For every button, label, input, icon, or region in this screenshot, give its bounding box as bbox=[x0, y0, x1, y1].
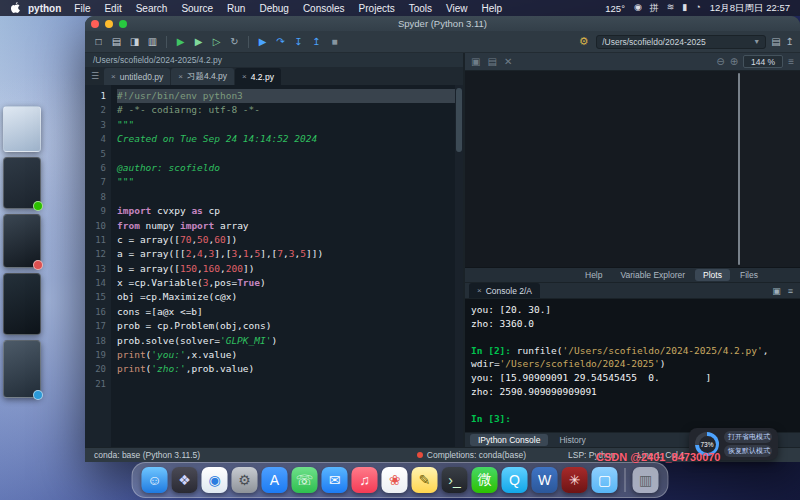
dock-safari[interactable]: ◉ bbox=[202, 467, 228, 493]
pane-tab-files[interactable]: Files bbox=[732, 269, 766, 281]
close-window-button[interactable] bbox=[91, 20, 99, 28]
dock-word[interactable]: W bbox=[532, 467, 558, 493]
toolbar-separator bbox=[248, 36, 249, 48]
menubar-item-view[interactable]: View bbox=[439, 3, 475, 14]
zoom-out-icon[interactable]: ⊖ bbox=[716, 56, 724, 67]
dock-qq[interactable]: Q bbox=[502, 467, 528, 493]
plots-options-menu-icon[interactable]: ≡ bbox=[788, 56, 794, 67]
menubar-item-source[interactable]: Source bbox=[174, 3, 220, 14]
pane-tab-help[interactable]: Help bbox=[577, 269, 610, 281]
menubar-item-help[interactable]: Help bbox=[475, 3, 510, 14]
save-plot-icon[interactable]: ▣ bbox=[471, 56, 480, 67]
menubar-item-run[interactable]: Run bbox=[220, 3, 252, 14]
menubar-item-debug[interactable]: Debug bbox=[252, 3, 295, 14]
code-line: @author: scofieldo bbox=[117, 161, 455, 175]
wifi-icon[interactable]: ≋ bbox=[667, 2, 675, 15]
widget-button-1[interactable]: 打开省电模式 bbox=[724, 431, 772, 443]
console-tab[interactable]: × Console 2/A bbox=[469, 283, 540, 298]
dock-launchpad[interactable]: ❖ bbox=[172, 467, 198, 493]
zoom-in-icon[interactable]: ⊕ bbox=[730, 56, 738, 67]
menubar-clock[interactable]: 12月8日周日 22:57 bbox=[710, 2, 790, 15]
code-editor[interactable]: 123456789101112131415161718192021 #!/usr… bbox=[85, 85, 463, 447]
new-file-icon[interactable]: □ bbox=[91, 34, 106, 49]
dock-music[interactable]: ♫ bbox=[352, 467, 378, 493]
line-number: 1 bbox=[85, 89, 106, 103]
run-cell-advance-icon[interactable]: ▷ bbox=[209, 34, 224, 49]
minimize-window-button[interactable] bbox=[105, 20, 113, 28]
close-tab-icon[interactable]: × bbox=[111, 72, 116, 81]
battery-icon[interactable]: ▮ bbox=[682, 2, 687, 15]
editor-tab-习题4.4.py[interactable]: ×习题4.4.py bbox=[171, 68, 234, 85]
stop-icon[interactable]: ■ bbox=[327, 34, 342, 49]
tools-wrench-icon[interactable]: ⚙ bbox=[576, 34, 591, 49]
step-return-icon[interactable]: ↥ bbox=[309, 34, 324, 49]
parent-directory-icon[interactable]: ↥ bbox=[786, 36, 794, 47]
dock-settings[interactable]: ⚙ bbox=[232, 467, 258, 493]
menubar-item-consoles[interactable]: Consoles bbox=[296, 3, 352, 14]
save-all-icon[interactable]: ▥ bbox=[145, 34, 160, 49]
dock-photos[interactable]: ❀ bbox=[382, 467, 408, 493]
dock-spyder[interactable]: ✳ bbox=[562, 467, 588, 493]
dock-finder[interactable]: ☺ bbox=[142, 467, 168, 493]
menubar-item-search[interactable]: Search bbox=[129, 3, 175, 14]
apple-logo-icon[interactable] bbox=[10, 2, 20, 14]
dock-wechat[interactable]: 微 bbox=[472, 467, 498, 493]
close-tab-icon[interactable]: × bbox=[242, 72, 247, 81]
editor-tab-4.2.py[interactable]: ×4.2.py bbox=[235, 68, 281, 85]
console-bottom-tab-ipython-console[interactable]: IPython Console bbox=[470, 434, 548, 446]
console-output[interactable]: you: [20. 30.]zho: 3360.0 In [2]: runfil… bbox=[465, 299, 800, 432]
close-console-icon[interactable]: × bbox=[477, 286, 482, 295]
dock-app-store[interactable]: A bbox=[262, 467, 288, 493]
pane-tab-plots[interactable]: Plots bbox=[695, 269, 730, 281]
browse-directory-icon[interactable]: ▤ bbox=[771, 36, 780, 47]
save-icon[interactable]: ◨ bbox=[127, 34, 142, 49]
line-number: 15 bbox=[85, 290, 106, 304]
code-area[interactable]: #!/usr/bin/env python3# -*- codiarng: ut… bbox=[111, 85, 455, 447]
dock-trash[interactable]: ▥ bbox=[633, 467, 659, 493]
dock-mail[interactable]: ✉ bbox=[322, 467, 348, 493]
menubar-status-icons: ◉拼≋▮◔ bbox=[634, 2, 701, 15]
dock-facetime[interactable]: ☏ bbox=[292, 467, 318, 493]
working-directory-combo[interactable]: /Users/scofieldo/2024-2025 ▼ bbox=[596, 35, 766, 49]
csdn-watermark: CSDN @2401_84730070 bbox=[596, 451, 720, 463]
close-tab-icon[interactable]: × bbox=[178, 72, 183, 81]
pane-tab-variable-explorer[interactable]: Variable Explorer bbox=[612, 269, 693, 281]
step-over-icon[interactable]: ↷ bbox=[273, 34, 288, 49]
widget-button-2[interactable]: 恢复默认模式 bbox=[724, 445, 772, 457]
menubar-item-edit[interactable]: Edit bbox=[97, 3, 128, 14]
open-file-icon[interactable]: ▤ bbox=[109, 34, 124, 49]
new-console-icon[interactable]: ▣ bbox=[772, 286, 781, 296]
copy-plot-icon[interactable]: ▤ bbox=[487, 56, 496, 67]
menubar-item-projects[interactable]: Projects bbox=[352, 3, 402, 14]
zoom-window-button[interactable] bbox=[119, 20, 127, 28]
dock-terminal[interactable]: ›_ bbox=[442, 467, 468, 493]
editor-tab-untitled0.py[interactable]: ×untitled0.py bbox=[104, 68, 170, 85]
browse-tabs-icon[interactable]: ☰ bbox=[87, 71, 103, 81]
recording-icon[interactable]: ◉ bbox=[634, 2, 642, 15]
dock-downloads-folder[interactable]: ▢ bbox=[592, 467, 618, 493]
plots-splitter[interactable] bbox=[738, 73, 740, 265]
control-center-icon[interactable]: ◔ bbox=[695, 2, 700, 15]
console-bottom-tab-history[interactable]: History bbox=[551, 434, 593, 446]
zoom-level-box[interactable]: 144 % bbox=[743, 55, 783, 68]
window-thumbnail-4[interactable] bbox=[3, 273, 41, 335]
run-icon[interactable]: ▶ bbox=[173, 34, 188, 49]
console-options-menu-icon[interactable]: ≡ bbox=[788, 286, 793, 296]
line-number: 17 bbox=[85, 319, 106, 333]
menubar-item-file[interactable]: File bbox=[67, 3, 97, 14]
window-titlebar[interactable]: Spyder (Python 3.11) bbox=[85, 16, 800, 31]
window-thumbnail-3[interactable] bbox=[3, 214, 41, 268]
run-cell-icon[interactable]: ▶ bbox=[191, 34, 206, 49]
editor-scrollbar[interactable] bbox=[455, 85, 463, 447]
debug-icon[interactable]: ▶ bbox=[255, 34, 270, 49]
rerun-cell-icon[interactable]: ↻ bbox=[227, 34, 242, 49]
dock-notes[interactable]: ✎ bbox=[412, 467, 438, 493]
window-thumbnail-2[interactable] bbox=[3, 157, 41, 209]
window-thumbnail-1[interactable] bbox=[3, 106, 41, 152]
step-into-icon[interactable]: ↧ bbox=[291, 34, 306, 49]
input-source-icon[interactable]: 拼 bbox=[650, 2, 659, 15]
menubar-app-name[interactable]: python bbox=[28, 3, 61, 14]
window-thumbnail-5[interactable] bbox=[3, 340, 41, 398]
menubar-item-tools[interactable]: Tools bbox=[402, 3, 439, 14]
remove-plot-icon[interactable]: ✕ bbox=[504, 56, 512, 67]
